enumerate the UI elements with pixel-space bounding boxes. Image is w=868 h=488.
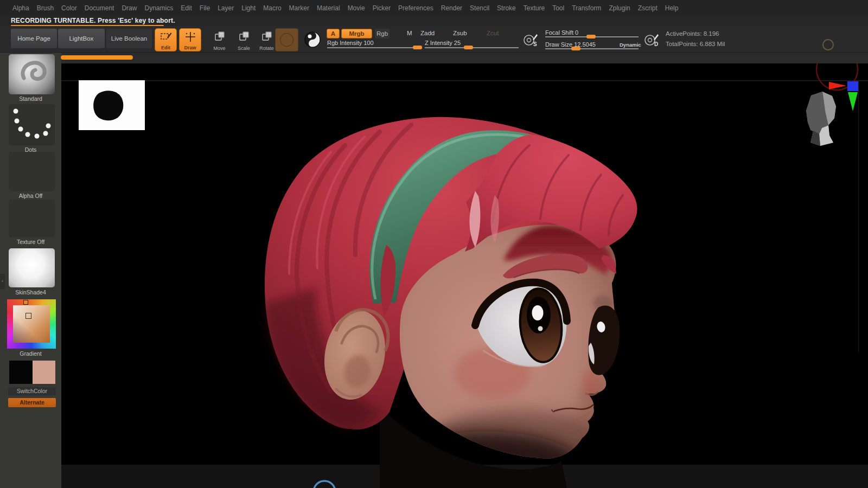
lightbox-divider-bar[interactable] [61, 55, 133, 60]
z-intensity-handle[interactable] [464, 46, 473, 49]
alpha-label: Alpha Off [0, 192, 61, 199]
viewport-canvas[interactable] [0, 0, 868, 488]
menu-item[interactable]: Brush [37, 4, 54, 12]
zsub-button[interactable]: Zsub [453, 30, 467, 36]
menu-item[interactable]: Draw [122, 4, 137, 12]
svg-text:M: M [220, 33, 223, 37]
notification-row: RECORDING TURNTABLE. Press 'Esc' key to … [0, 16, 868, 26]
menu-item[interactable]: Light [241, 4, 256, 12]
live-boolean-button[interactable]: Live Boolean [106, 29, 152, 48]
zadd-button[interactable]: Zadd [420, 30, 435, 36]
menu-item[interactable]: Picker [373, 4, 391, 12]
focal-shift-icon[interactable]: S [522, 33, 539, 47]
menu-item[interactable]: Help [665, 4, 679, 12]
menu-bar: AlphaBrushColorDocumentDrawDynamicsEditF… [0, 0, 868, 16]
material-swatch-emblem [280, 33, 293, 47]
stroke-preview-panel[interactable] [79, 80, 145, 130]
svg-text:R: R [267, 33, 270, 37]
mode-a-button[interactable]: A [327, 29, 340, 38]
menu-item[interactable]: Preferences [398, 4, 433, 12]
rgb-intensity-slider[interactable]: Rgb Intensity 100 [327, 40, 422, 46]
mode-rgb-button[interactable]: Rgb [375, 29, 390, 38]
current-material-swatch[interactable] [275, 28, 298, 52]
rgb-intensity-handle[interactable] [413, 46, 422, 49]
menu-item[interactable]: Render [441, 4, 462, 12]
alpha-thumbnail[interactable] [9, 152, 55, 191]
rotate-icon: R [261, 31, 273, 42]
active-points-stat: ActivePoints: 8.196 [666, 30, 719, 37]
draw-icon [184, 31, 197, 43]
menu-item[interactable]: Transform [572, 4, 601, 12]
svg-text:S: S [533, 41, 537, 47]
menu-item[interactable]: Layer [218, 4, 234, 12]
color-picker-hue-selector[interactable] [23, 300, 28, 305]
top-toolbar: Home Page LightBox Live Boolean Edit Dra… [0, 26, 868, 53]
draw-size-icon[interactable]: D [643, 33, 660, 47]
edit-button[interactable]: Edit [155, 28, 177, 52]
material-sphere-icon[interactable] [304, 31, 321, 48]
standard-brush-icon [9, 54, 55, 94]
dots-stroke-icon [9, 104, 55, 145]
menu-item[interactable]: Tool [552, 4, 564, 12]
move-icon: M [214, 31, 226, 42]
material-thumbnail-skinshade4[interactable] [9, 248, 55, 287]
main-color-swatch[interactable] [9, 361, 33, 384]
menu-item[interactable]: Marker [289, 4, 309, 12]
menu-item[interactable]: Stencil [470, 4, 489, 12]
rotate-button[interactable]: R Rotate [256, 28, 278, 52]
menu-item[interactable]: Stroke [497, 4, 516, 12]
draw-size-handle[interactable] [571, 47, 580, 50]
menu-item[interactable]: Dynamics [144, 4, 173, 12]
texture-thumbnail[interactable] [9, 200, 55, 237]
menu-item[interactable]: Color [61, 4, 77, 12]
brush-thumbnail-standard[interactable] [9, 54, 55, 94]
menu-item[interactable]: Movie [348, 4, 365, 12]
scale-icon: S [238, 31, 250, 42]
home-page-button[interactable]: Home Page [11, 29, 57, 48]
color-picker-sv-selector[interactable] [25, 313, 31, 319]
left-tool-palette: Standard Dots Alpha Off Texture Off Skin… [0, 53, 61, 488]
menu-item[interactable]: Zplugin [609, 4, 630, 12]
mode-mrgb-button[interactable]: Mrgb [341, 29, 372, 38]
z-intensity-slider[interactable]: Z Intensity 25 [425, 40, 519, 46]
recording-notification: RECORDING TURNTABLE. Press 'Esc' key to … [11, 17, 175, 24]
dynamic-label[interactable]: Dynamic [620, 42, 641, 48]
palette-collapse-tab[interactable]: ‹ [0, 274, 5, 289]
menu-item[interactable]: Edit [181, 4, 192, 12]
svg-text:D: D [654, 41, 658, 47]
total-points-stat: TotalPoints: 6.883 Mil [666, 41, 725, 47]
color-picker[interactable] [7, 299, 56, 349]
color-picker-sv-square[interactable] [13, 305, 50, 343]
draw-button[interactable]: Draw [179, 28, 201, 52]
mode-m-button[interactable]: M [407, 30, 412, 36]
menu-item[interactable]: Alpha [12, 4, 29, 12]
menu-item[interactable]: Material [317, 4, 340, 12]
stroke-preview-blob [93, 91, 123, 120]
scale-button[interactable]: S Scale [233, 28, 255, 52]
svg-text:S: S [244, 33, 247, 37]
menu-item[interactable]: File [200, 4, 210, 12]
menu-item[interactable]: Macro [263, 4, 281, 12]
switch-color-button[interactable]: SwitchColor [8, 387, 56, 395]
zbrush-app: AlphaBrushColorDocumentDrawDynamicsEditF… [0, 0, 868, 488]
axis-z-icon [847, 81, 858, 91]
gradient-label: Gradient [0, 350, 61, 357]
brush-name-label: Standard [0, 95, 61, 102]
move-button[interactable]: M Move [208, 28, 231, 52]
menu-item[interactable]: Zscript [638, 4, 658, 12]
menu-item[interactable]: Texture [524, 4, 545, 12]
material-label: SkinShade4 [0, 289, 61, 296]
lightbox-button[interactable]: LightBox [58, 29, 105, 48]
secondary-color-swatch[interactable] [33, 361, 55, 384]
alternate-button[interactable]: Alternate [8, 398, 56, 407]
menu-item[interactable]: Document [85, 4, 114, 12]
status-ring-icon [822, 39, 834, 50]
stroke-thumbnail-dots[interactable] [9, 104, 55, 145]
focal-shift-handle[interactable] [586, 35, 596, 38]
zcut-button[interactable]: Zcut [487, 30, 499, 36]
edit-icon [159, 31, 173, 43]
texture-label: Texture Off [0, 239, 61, 245]
focal-shift-slider[interactable]: Focal Shift 0 [545, 30, 639, 36]
